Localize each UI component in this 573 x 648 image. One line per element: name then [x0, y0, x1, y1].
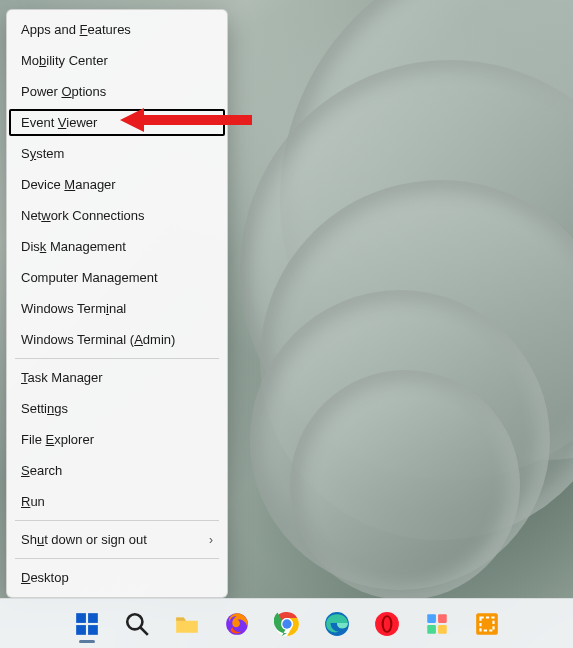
folder-icon	[174, 611, 200, 637]
menu-item[interactable]: Mobility Center	[7, 45, 227, 76]
svg-point-5	[127, 614, 142, 629]
svg-rect-1	[76, 613, 86, 623]
svg-rect-18	[438, 625, 447, 634]
menu-item-label: Event Viewer	[21, 115, 97, 130]
menu-item[interactable]: Computer Management	[7, 262, 227, 293]
menu-item-label: File Explorer	[21, 432, 94, 447]
svg-rect-4	[88, 625, 98, 635]
menu-item[interactable]: Shut down or sign out›	[7, 524, 227, 555]
menu-item-label: Windows Terminal (Admin)	[21, 332, 175, 347]
menu-item[interactable]: Run	[7, 486, 227, 517]
menu-item[interactable]: Disk Management	[7, 231, 227, 262]
menu-item-label: Task Manager	[21, 370, 103, 385]
menu-item-label: Apps and Features	[21, 22, 131, 37]
svg-point-10	[282, 619, 291, 628]
menu-separator	[15, 558, 219, 559]
menu-item-label: Computer Management	[21, 270, 158, 285]
edge-icon	[324, 611, 350, 637]
opera-icon	[374, 611, 400, 637]
chrome[interactable]	[266, 603, 308, 645]
menu-item[interactable]: Power Options	[7, 76, 227, 107]
svg-rect-17	[427, 625, 436, 634]
menu-item-label: Device Manager	[21, 177, 116, 192]
svg-rect-2	[88, 613, 98, 623]
svg-point-14	[383, 616, 390, 630]
menu-item-label: Network Connections	[21, 208, 145, 223]
menu-item-label: Disk Management	[21, 239, 126, 254]
menu-item[interactable]: Search	[7, 455, 227, 486]
file-explorer[interactable]	[166, 603, 208, 645]
svg-rect-3	[76, 625, 86, 635]
windows-icon	[74, 611, 100, 637]
menu-item[interactable]: Task Manager	[7, 362, 227, 393]
menu-item[interactable]: Windows Terminal	[7, 293, 227, 324]
menu-item-label: Desktop	[21, 570, 69, 585]
menu-item[interactable]: Windows Terminal (Admin)	[7, 324, 227, 355]
menu-item-label: Run	[21, 494, 45, 509]
search-icon	[124, 611, 150, 637]
edge[interactable]	[316, 603, 358, 645]
menu-item-label: Mobility Center	[21, 53, 108, 68]
svg-rect-16	[438, 614, 447, 623]
menu-item-label: Search	[21, 463, 62, 478]
taskbar	[0, 598, 573, 648]
menu-item-label: Shut down or sign out	[21, 532, 147, 547]
menu-item[interactable]: File Explorer	[7, 424, 227, 455]
menu-separator	[15, 358, 219, 359]
grid-icon	[424, 611, 450, 637]
menu-item[interactable]: Device Manager	[7, 169, 227, 200]
vmware-icon	[474, 611, 500, 637]
start-button[interactable]	[66, 603, 108, 645]
app-generic[interactable]	[416, 603, 458, 645]
svg-rect-15	[427, 614, 436, 623]
vmware[interactable]	[466, 603, 508, 645]
search-button[interactable]	[116, 603, 158, 645]
chrome-icon	[274, 611, 300, 637]
menu-item[interactable]: Event Viewer	[7, 107, 227, 138]
winx-menu: Apps and FeaturesMobility CenterPower Op…	[6, 9, 228, 598]
menu-item[interactable]: Desktop	[7, 562, 227, 593]
menu-item[interactable]: Network Connections	[7, 200, 227, 231]
menu-item[interactable]: System	[7, 138, 227, 169]
firefox-icon	[224, 611, 250, 637]
menu-item[interactable]: Apps and Features	[7, 14, 227, 45]
menu-item-label: Power Options	[21, 84, 106, 99]
menu-item-label: System	[21, 146, 64, 161]
chevron-right-icon: ›	[209, 533, 213, 547]
opera[interactable]	[366, 603, 408, 645]
menu-separator	[15, 520, 219, 521]
menu-item-label: Windows Terminal	[21, 301, 126, 316]
firefox[interactable]	[216, 603, 258, 645]
svg-line-6	[140, 627, 148, 635]
menu-item-label: Settings	[21, 401, 68, 416]
menu-item[interactable]: Settings	[7, 393, 227, 424]
